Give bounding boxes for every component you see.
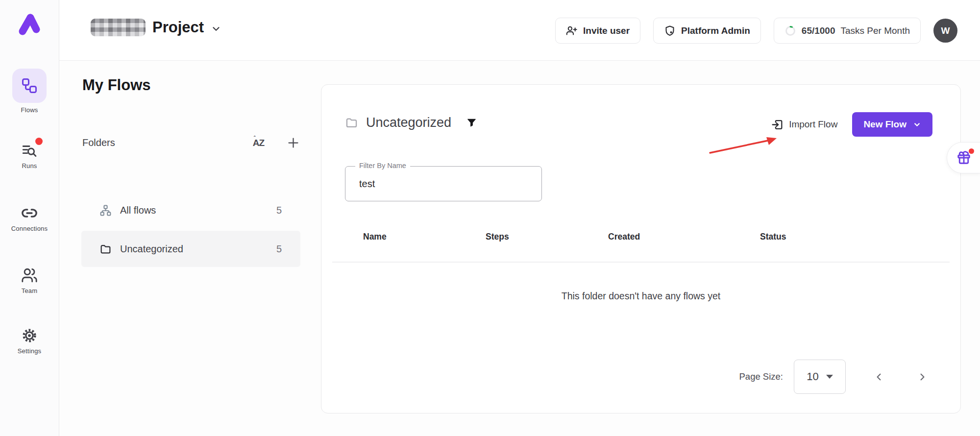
filter-funnel-icon[interactable] — [466, 117, 477, 128]
activepieces-logo[interactable] — [16, 10, 43, 37]
folder-count: 5 — [276, 205, 282, 216]
chevron-down-icon — [211, 24, 221, 34]
sidebar-item-flows[interactable]: Flows — [0, 69, 59, 114]
platform-admin-button[interactable]: Platform Admin — [653, 18, 761, 44]
left-sidebar: Flows Runs Connections — [0, 0, 59, 436]
import-flow-button[interactable]: Import Flow — [771, 119, 837, 131]
folder-item-uncategorized[interactable]: Uncategorized 5 — [81, 231, 300, 267]
shield-icon — [664, 25, 676, 37]
sidebar-item-connections[interactable]: Connections — [0, 205, 59, 232]
logo-icon — [16, 10, 43, 37]
pagination-bar: Page Size: 10 — [739, 360, 928, 394]
sidebar-label-flows: Flows — [0, 106, 59, 114]
tasks-count: 65/1000 — [802, 25, 835, 36]
folders-header: Folders ˆ AZ — [82, 136, 300, 149]
tasks-usage-badge[interactable]: 65/1000 Tasks Per Month — [774, 18, 921, 44]
import-icon — [771, 119, 784, 131]
chevron-left-icon — [873, 371, 884, 383]
workflow-icon — [21, 77, 38, 95]
sidebar-label-runs: Runs — [0, 162, 59, 170]
user-avatar[interactable]: W — [933, 19, 957, 43]
column-created: Created — [608, 232, 760, 242]
sort-az-button[interactable]: ˆ AZ — [253, 138, 264, 148]
users-icon — [21, 267, 38, 284]
table-divider — [332, 262, 950, 263]
project-switcher[interactable]: Project — [91, 19, 221, 36]
sidebar-item-runs[interactable]: Runs — [0, 142, 59, 170]
column-name: Name — [363, 232, 486, 242]
runs-notification-dot — [35, 138, 43, 145]
gear-icon — [21, 327, 38, 344]
link-icon — [21, 205, 38, 221]
column-status: Status — [760, 232, 960, 242]
list-search-icon — [21, 142, 38, 159]
project-label: Project — [152, 19, 204, 36]
next-page-button[interactable] — [917, 371, 928, 383]
panel-title: Uncategorized — [366, 115, 451, 130]
progress-ring-icon — [784, 25, 796, 37]
new-flow-label: New Flow — [863, 119, 906, 130]
flows-table-header: Name Steps Created Status — [321, 232, 960, 242]
tasks-label: Tasks Per Month — [841, 25, 910, 36]
project-name-redacted — [91, 19, 146, 36]
page-size-label: Page Size: — [739, 371, 783, 382]
invite-user-button[interactable]: Invite user — [555, 18, 640, 44]
folder-name: All flows — [120, 205, 156, 216]
avatar-initial: W — [941, 25, 950, 36]
previous-page-button[interactable] — [873, 371, 884, 383]
sidebar-item-settings[interactable]: Settings — [0, 327, 59, 355]
folder-icon — [99, 243, 112, 255]
sidebar-label-team: Team — [0, 287, 59, 294]
hierarchy-icon — [99, 204, 112, 217]
sidebar-label-connections: Connections — [0, 225, 59, 232]
filter-by-name-field: Filter By Name — [345, 166, 542, 201]
folders-title: Folders — [82, 137, 115, 148]
folder-item-all-flows[interactable]: All flows 5 — [81, 192, 300, 228]
page-size-value: 10 — [807, 370, 818, 383]
page-size-select[interactable]: 10 — [794, 360, 846, 394]
empty-state-message: This folder doesn't have any flows yet — [321, 291, 960, 302]
add-folder-button[interactable] — [287, 136, 300, 149]
sidebar-item-team[interactable]: Team — [0, 267, 59, 294]
folder-icon — [345, 116, 358, 129]
rewards-notification-dot — [969, 148, 974, 154]
select-arrow-icon — [826, 375, 833, 379]
folder-name: Uncategorized — [120, 243, 183, 255]
folder-count: 5 — [276, 243, 282, 255]
chevron-down-icon — [913, 121, 921, 129]
flows-panel: Uncategorized Import Flow New Flow Filte… — [321, 84, 961, 413]
page-title: My Flows — [82, 76, 151, 94]
column-steps: Steps — [486, 232, 608, 242]
import-flow-label: Import Flow — [789, 119, 837, 130]
platform-admin-label: Platform Admin — [681, 25, 750, 36]
chevron-right-icon — [917, 371, 928, 383]
plus-icon — [287, 136, 300, 149]
invite-user-label: Invite user — [583, 25, 630, 36]
sidebar-label-settings: Settings — [0, 347, 59, 355]
folder-list: All flows 5 Uncategorized 5 — [81, 192, 300, 267]
rewards-tab[interactable] — [947, 142, 980, 173]
top-header: Project Invite user Platform Admin — [59, 0, 980, 61]
new-flow-button[interactable]: New Flow — [852, 112, 932, 137]
filter-by-name-input[interactable] — [345, 167, 541, 201]
user-plus-icon — [566, 25, 578, 37]
